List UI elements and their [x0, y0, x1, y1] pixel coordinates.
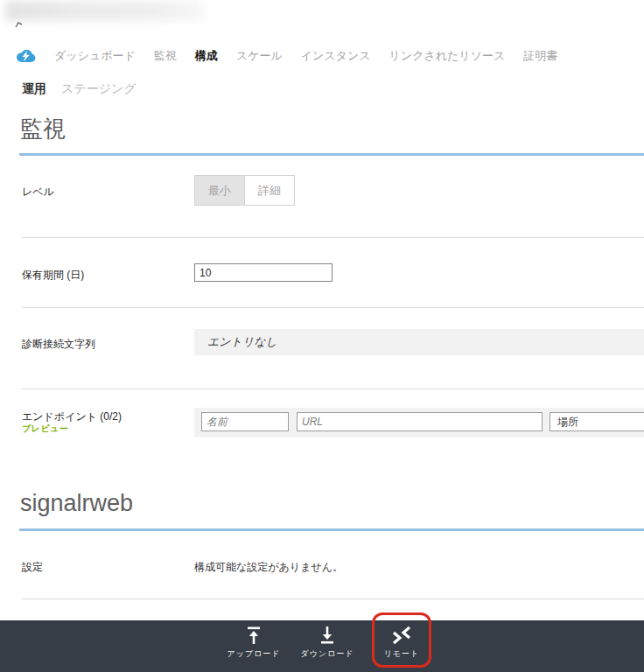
tab-scale[interactable]: スケール [236, 48, 283, 64]
preview-badge: プレビュー [22, 423, 68, 435]
slot-tab-bar: 運用 ステージング [22, 81, 136, 97]
slot-tab-production[interactable]: 運用 [22, 81, 46, 97]
download-button[interactable]: ダウンロード [290, 625, 364, 668]
download-label: ダウンロード [300, 648, 354, 660]
remote-label: リモート [384, 648, 420, 660]
level-toggle-group: 最小 詳細 [194, 175, 295, 206]
settings-label: 設定 [22, 560, 43, 575]
tab-dashboard[interactable]: ダッシュボード [54, 48, 136, 64]
row-divider [22, 237, 644, 238]
service-tab-bar: ダッシュボード 監視 構成 スケール インスタンス リンクされたリソース 証明書 [16, 47, 557, 65]
slot-tab-staging[interactable]: ステージング [61, 81, 136, 97]
cloud-service-icon [16, 49, 36, 63]
role-section-rule [19, 528, 644, 531]
row-divider [22, 598, 644, 599]
retention-days-input[interactable] [194, 263, 332, 282]
level-option-minimal[interactable]: 最小 [194, 175, 245, 206]
endpoint-url-input[interactable] [297, 412, 542, 431]
tab-instances[interactable]: インスタンス [301, 48, 371, 64]
title-remnant-mark [15, 22, 24, 29]
role-section-heading: signalrweb [20, 490, 133, 517]
command-bar: アップロード ダウンロード リモート [0, 620, 644, 672]
tab-monitor[interactable]: 監視 [154, 48, 177, 64]
upload-icon [244, 625, 263, 646]
remote-icon [391, 625, 412, 646]
tab-configure[interactable]: 構成 [195, 48, 218, 64]
diagnostics-connection-label: 診断接続文字列 [22, 337, 95, 352]
endpoint-location-select[interactable]: 場所 [550, 412, 644, 431]
endpoint-name-input[interactable] [201, 412, 289, 431]
level-option-verbose[interactable]: 詳細 [244, 175, 295, 206]
diagnostics-empty-text: エントリなし [194, 329, 644, 355]
row-divider [22, 388, 644, 389]
row-divider [22, 307, 644, 308]
monitoring-section-heading: 監視 [20, 114, 66, 144]
retention-label: 保有期間 (日) [22, 268, 84, 283]
level-label: レベル [22, 185, 54, 200]
upload-label: アップロード [227, 648, 280, 660]
diagnostics-empty-strip: エントリなし [194, 329, 644, 355]
settings-empty-text: 構成可能な設定がありません。 [194, 560, 343, 575]
remote-button[interactable]: リモート [365, 625, 438, 668]
monitoring-section-rule [19, 153, 644, 156]
tab-linked-resources[interactable]: リンクされたリソース [389, 48, 506, 64]
tab-certificates[interactable]: 証明書 [523, 48, 557, 64]
upload-button[interactable]: アップロード [217, 625, 290, 668]
page-title-redacted [5, 1, 205, 21]
azure-classic-configure-page: { "header": { "title_redacted": true }, … [0, 0, 644, 672]
download-icon [318, 625, 337, 646]
